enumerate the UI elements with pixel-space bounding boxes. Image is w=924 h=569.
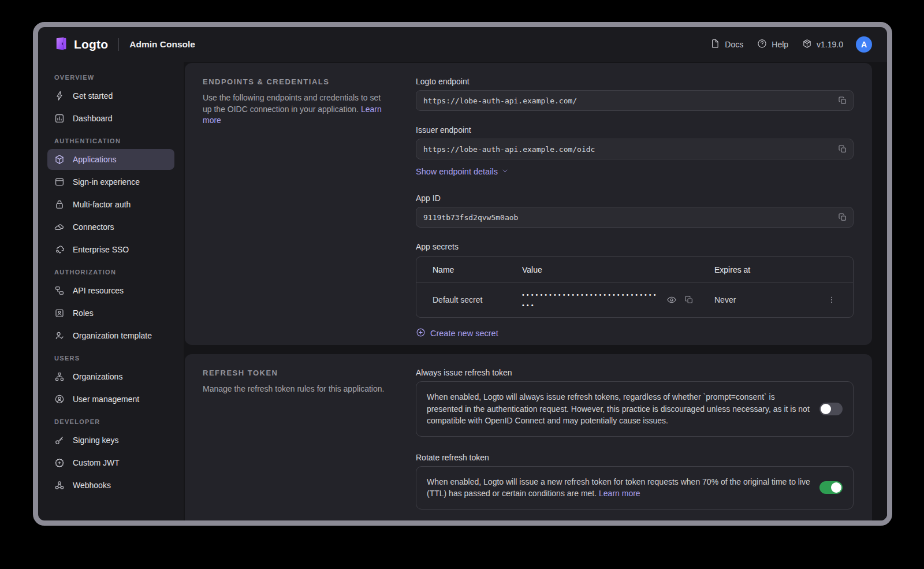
- brand-name: Logto: [74, 38, 108, 51]
- always-issue-label: Always issue refresh token: [416, 368, 854, 377]
- sidebar-item-label: Enterprise SSO: [73, 245, 129, 254]
- app-id-field: App ID 9119tb73fsd2qvw5m0aob: [416, 194, 854, 228]
- sidebar-item-label: Roles: [73, 308, 94, 318]
- table-row: Default secret •••••••••••••••••••••••••…: [416, 282, 853, 317]
- sidebar-item-get-started[interactable]: Get started: [47, 85, 174, 106]
- cube-icon: [54, 154, 65, 165]
- copy-secret-button[interactable]: [684, 295, 694, 304]
- plus-circle-icon: [416, 328, 426, 339]
- refresh-card-intro: REFRESH TOKEN Manage the refresh token r…: [185, 354, 416, 520]
- sidebar-item-signing-keys[interactable]: Signing keys: [47, 430, 174, 451]
- app-id-input[interactable]: 9119tb73fsd2qvw5m0aob: [416, 207, 854, 228]
- sidebar-item-api-resources[interactable]: API resources: [47, 280, 174, 301]
- help-label: Help: [772, 40, 788, 49]
- secret-name: Default secret: [416, 295, 522, 304]
- sidebar-item-connectors[interactable]: Connectors: [47, 217, 174, 237]
- col-header-expires-at: Expires at: [714, 265, 810, 274]
- sidebar-item-sign-in-experience[interactable]: Sign-in experience: [47, 172, 174, 192]
- sidebar-item-label: Organizations: [73, 372, 122, 381]
- masked-secret-value: •••••••••••••••••••••••••••••• •••: [522, 292, 659, 308]
- sidebar-item-multi-factor-auth[interactable]: Multi-factor auth: [47, 194, 174, 215]
- sidebar-item-applications[interactable]: Applications: [47, 149, 174, 170]
- logto-endpoint-input[interactable]: https://lobe-auth-api.example.com/: [416, 90, 854, 111]
- rotate-learn-more-link[interactable]: Learn more: [599, 489, 640, 498]
- docs-button[interactable]: Docs: [710, 39, 743, 50]
- api-resources-icon: [54, 285, 65, 296]
- package-icon: [802, 39, 812, 50]
- logto-endpoint-field: Logto endpoint https://lobe-auth-api.exa…: [416, 77, 854, 111]
- rotate-refresh-token-toggle[interactable]: [819, 481, 843, 494]
- copy-button[interactable]: [834, 209, 851, 225]
- clouds-icon: [54, 222, 65, 232]
- version-badge[interactable]: v1.19.0: [802, 39, 843, 50]
- masked-line: •••: [522, 302, 659, 308]
- copy-button[interactable]: [834, 92, 851, 109]
- show-secret-eye-button[interactable]: [666, 295, 677, 305]
- issuer-endpoint-input[interactable]: https://lobe-auth-api.example.com/oidc: [416, 139, 854, 159]
- help-button[interactable]: Help: [757, 39, 788, 50]
- endpoints-card-form: Logto endpoint https://lobe-auth-api.exa…: [416, 63, 872, 345]
- desktop: { "colors": { "accent_link": "#a8a0f1", …: [0, 0, 924, 569]
- row-kebab-menu-button[interactable]: [827, 295, 836, 304]
- endpoints-description: Use the following endpoints and credenti…: [203, 93, 381, 114]
- section-title-developer: DEVELOPER: [54, 418, 167, 425]
- rotate-box: When enabled, Logto will issue a new ref…: [416, 466, 854, 510]
- rotate-label: Rotate refresh token: [416, 453, 854, 462]
- show-endpoint-details-link[interactable]: Show endpoint details: [416, 167, 509, 176]
- sidebar-item-label: Sign-in experience: [73, 177, 140, 187]
- question-circle-icon: [757, 39, 767, 50]
- table-header-row: Name Value Expires at: [416, 257, 853, 282]
- copy-button[interactable]: [834, 141, 851, 157]
- masked-line: ••••••••••••••••••••••••••••••: [522, 292, 659, 297]
- logto-endpoint-label: Logto endpoint: [416, 77, 854, 86]
- topbar-actions: Docs Help v1.19.0 A: [710, 36, 872, 53]
- always-issue-refresh-token-toggle[interactable]: [819, 403, 843, 415]
- section-title-authorization: AUTHORIZATION: [54, 269, 167, 276]
- sidebar-item-organizations[interactable]: Organizations: [47, 366, 174, 387]
- refresh-token-description: Manage the refresh token rules for this …: [203, 384, 385, 395]
- user-avatar[interactable]: A: [856, 36, 872, 53]
- create-new-secret-button[interactable]: Create new secret: [416, 328, 498, 339]
- lightning-icon: [54, 91, 65, 101]
- app-id-label: App ID: [416, 194, 854, 203]
- toggle-knob: [831, 482, 841, 493]
- main-content: ENDPOINTS & CREDENTIALS Use the followin…: [184, 62, 887, 520]
- create-new-secret-label: Create new secret: [430, 329, 498, 338]
- sidebar-item-organization-template[interactable]: Organization template: [47, 325, 174, 346]
- sidebar-item-label: User management: [73, 395, 139, 404]
- sidebar-item-dashboard[interactable]: Dashboard: [47, 108, 174, 129]
- logto-logo-icon: [53, 36, 69, 54]
- docs-label: Docs: [725, 40, 743, 49]
- col-header-value: Value: [522, 265, 714, 274]
- secret-expires: Never: [714, 295, 810, 304]
- app-body: OVERVIEW Get started Dashboard AUTHENTIC…: [38, 62, 887, 520]
- bar-chart-icon: [54, 113, 65, 124]
- refresh-token-heading: REFRESH TOKEN: [203, 369, 400, 377]
- sidebar-item-label: Dashboard: [73, 114, 113, 123]
- app-secrets-table: Name Value Expires at Default secret •••…: [416, 256, 854, 318]
- sidebar-item-label: Get started: [73, 91, 113, 101]
- sidebar-item-user-management[interactable]: User management: [47, 389, 174, 410]
- sidebar-item-label: Signing keys: [73, 436, 118, 445]
- sidebar-item-enterprise-sso[interactable]: Enterprise SSO: [47, 239, 174, 260]
- sidebar-item-roles[interactable]: Roles: [47, 303, 174, 323]
- sidebar-item-label: Applications: [73, 155, 117, 164]
- sidebar-item-custom-jwt[interactable]: Custom JWT: [47, 452, 174, 473]
- section-title-authentication: AUTHENTICATION: [54, 137, 167, 144]
- topbar-divider: [118, 38, 119, 51]
- endpoints-card-intro: ENDPOINTS & CREDENTIALS Use the followin…: [185, 63, 416, 345]
- version-label: v1.19.0: [817, 40, 843, 49]
- endpoints-credentials-card: ENDPOINTS & CREDENTIALS Use the followin…: [185, 63, 872, 345]
- id-card-icon: [54, 308, 65, 318]
- lock-icon: [54, 199, 65, 210]
- sidebar-item-label: API resources: [73, 286, 124, 295]
- app-id-value: 9119tb73fsd2qvw5m0aob: [423, 213, 834, 222]
- section-title-users: USERS: [54, 355, 167, 362]
- sidebar-item-webhooks[interactable]: Webhooks: [47, 475, 174, 496]
- seal-plus-icon: [54, 458, 65, 468]
- issuer-endpoint-value: https://lobe-auth-api.example.com/oidc: [423, 145, 834, 154]
- key-icon: [54, 435, 65, 445]
- always-issue-box: When enabled, Logto will always issue re…: [416, 381, 854, 437]
- sidebar-item-label: Multi-factor auth: [73, 200, 131, 209]
- app-secrets-label: App secrets: [416, 242, 854, 251]
